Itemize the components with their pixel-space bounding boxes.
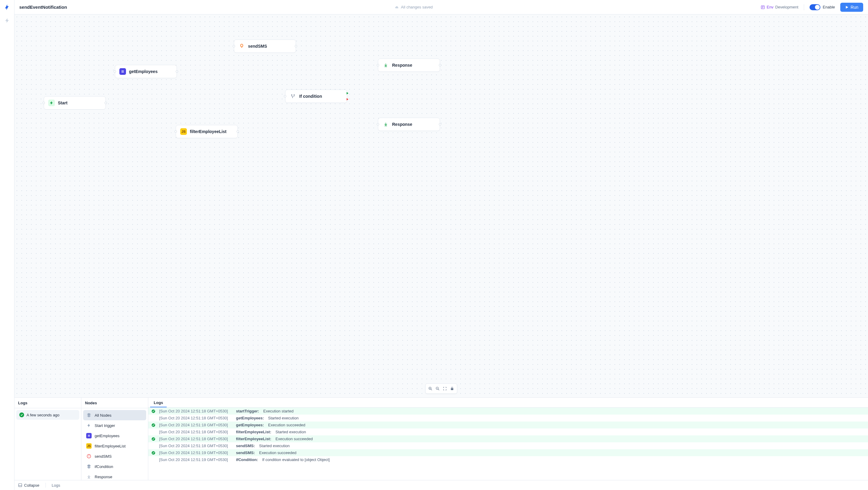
node-response2[interactable]: Response [378,118,440,131]
node-filter-item[interactable]: ifCondition [83,461,146,471]
lock-button[interactable] [448,385,456,392]
sidebar [0,0,14,490]
zoom-out-button[interactable] [434,385,441,392]
log-message: Started execution [268,416,299,420]
filter-label: Start trigger [95,423,115,428]
svg-rect-1 [121,70,124,71]
log-node-name: ifCondition: [236,457,258,462]
node-filter-item[interactable]: getEmployees [83,431,146,441]
env-label: Env [767,5,773,9]
log-line: [Sun Oct 20 2024 12:51:18 GMT+0530]getEm… [148,422,868,428]
topbar: sendEventNotification All changes saved … [14,0,868,15]
collapse-label: Collapse [24,483,39,488]
check-icon [151,437,156,441]
log-line: [Sun Oct 20 2024 12:51:18 GMT+0530]getEm… [148,414,868,422]
zoom-in-button[interactable] [427,385,434,392]
footer-logs-label: Logs [52,483,60,488]
enable-toggle[interactable] [809,4,820,10]
log-node-name: sendSMS: [236,443,255,448]
filter-label: All Nodes [95,413,112,417]
node-label: sendSMS [248,44,267,49]
tab-logs[interactable]: Logs [150,399,167,407]
canvas[interactable]: StartgetEmployeessendSMSJSfilterEmployee… [14,15,868,397]
node-filter-item[interactable]: All Nodes [83,410,146,420]
node-filter-item[interactable]: Response [83,471,146,480]
bottom-panel: Logs A few seconds ago Nodes All NodesSt… [14,397,868,490]
collapse-button[interactable]: Collapse [18,483,39,488]
fit-button[interactable] [441,385,448,392]
workflow-title: sendEventNotification [19,4,67,10]
log-timestamp: [Sun Oct 20 2024 12:51:18 GMT+0530] [159,443,233,448]
log-node-name: filterEmployeeList: [236,430,271,434]
log-line: [Sun Oct 20 2024 12:51:19 GMT+0530]ifCon… [148,456,868,463]
node-response1[interactable]: Response [378,59,440,72]
logo-icon[interactable] [4,4,11,11]
node-label: Start [58,100,67,105]
runs-header: Logs [14,398,81,408]
collapse-icon [18,483,22,487]
check-icon [151,451,156,455]
log-node-name: getEmployees: [236,416,264,420]
env-icon [761,5,765,9]
log-message: Execution succeeded [276,437,313,441]
log-line: [Sun Oct 20 2024 12:51:18 GMT+0530]start… [148,408,868,414]
log-timestamp: [Sun Oct 20 2024 12:51:18 GMT+0530] [159,437,233,441]
filter-label: getEmployees [95,434,119,438]
svg-rect-7 [88,436,90,437]
log-timestamp: [Sun Oct 20 2024 12:51:19 GMT+0530] [159,457,233,462]
bolt-icon[interactable] [4,17,11,24]
node-filter-item[interactable]: Start trigger [83,420,146,431]
runs-column: Logs A few seconds ago [14,398,82,480]
log-line: [Sun Oct 20 2024 12:51:19 GMT+0530]sendS… [148,449,868,456]
log-node-name: sendSMS: [236,451,255,455]
svg-rect-2 [121,72,124,73]
node-label: filterEmployeeList [190,129,226,134]
node-start[interactable]: Start [44,96,106,110]
node-filter-item[interactable]: sendSMS [83,451,146,461]
env-value: Development [775,5,798,9]
check-icon [151,409,156,413]
node-ifCondition[interactable]: If condition [285,90,347,103]
log-node-name: getEmployees: [236,423,264,427]
log-node-name: startTrigger: [236,409,259,413]
svg-rect-6 [88,435,90,436]
node-filterEmployeeList[interactable]: JSfilterEmployeeList [176,125,238,138]
svg-rect-14 [19,484,22,487]
svg-rect-5 [451,388,453,390]
enable-label: Enable [823,5,835,9]
log-message: If condition evaluated to [object Object… [262,457,330,462]
filter-label: ifCondition [95,464,113,469]
log-message: Started execution [259,443,290,448]
check-icon [151,423,156,427]
run-entry[interactable]: A few seconds ago [16,410,79,420]
filter-label: filterEmployeeList [95,444,126,449]
success-icon [19,412,24,417]
log-timestamp: [Sun Oct 20 2024 12:51:18 GMT+0530] [159,409,233,413]
divider [45,483,46,488]
node-label: Response [392,122,412,127]
nodes-column: Nodes All NodesStart triggergetEmployees… [82,398,148,480]
run-label: Run [850,5,858,10]
log-node-name: filterEmployeeList: [236,437,271,441]
panel-footer: Collapse Logs [14,480,868,490]
log-timestamp: [Sun Oct 20 2024 12:51:18 GMT+0530] [159,430,233,434]
env-selector[interactable]: Env Development [761,5,798,9]
node-filter-item[interactable]: JSfilterEmployeeList [83,441,146,451]
run-button[interactable]: Run [840,3,863,12]
saved-status: All changes saved [395,5,433,9]
log-timestamp: [Sun Oct 20 2024 12:51:18 GMT+0530] [159,416,233,420]
node-label: getEmployees [129,69,158,74]
node-getEmployees[interactable]: getEmployees [115,65,177,78]
details-column: Logs [Sun Oct 20 2024 12:51:18 GMT+0530]… [148,398,868,480]
filter-label: sendSMS [95,454,112,459]
saved-text: All changes saved [401,5,433,9]
run-label: A few seconds ago [27,413,59,417]
log-message: Execution started [264,409,293,413]
node-sendSMS[interactable]: sendSMS [234,39,296,53]
nodes-header: Nodes [82,398,148,408]
log-timestamp: [Sun Oct 20 2024 12:51:18 GMT+0530] [159,423,233,427]
cloud-icon [395,5,399,9]
zoom-controls [425,383,457,394]
divider [804,4,804,10]
log-message: Execution succeeded [268,423,305,427]
